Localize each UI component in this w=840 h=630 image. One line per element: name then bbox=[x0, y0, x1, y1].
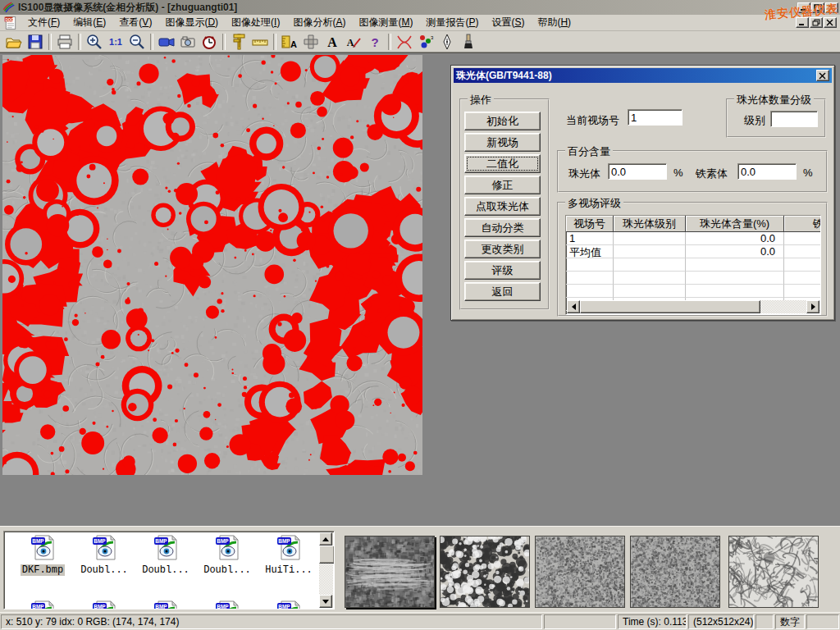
grade-input[interactable] bbox=[770, 111, 818, 127]
menu-item-image-measure[interactable]: 图像测量(M) bbox=[352, 14, 419, 31]
menu-item-file[interactable]: 文件(F) bbox=[21, 14, 66, 31]
svg-text:DOC: DOC bbox=[5, 17, 14, 21]
toolbar: 1:1AAA?3 bbox=[0, 31, 840, 52]
curve-tool-button[interactable] bbox=[394, 32, 415, 52]
column-header[interactable]: 铁素体 bbox=[784, 216, 821, 232]
scroll-up-button[interactable] bbox=[319, 532, 332, 546]
curve-tool-icon bbox=[395, 32, 414, 52]
ruler-button[interactable] bbox=[249, 32, 271, 52]
file-item[interactable]: BMPDoubl... bbox=[75, 534, 134, 576]
op-button-binarize[interactable]: 二值化 bbox=[464, 154, 541, 173]
dialog-title-bar[interactable]: 珠光体(GB/T9441-88) bbox=[454, 68, 832, 83]
menu-item-measure-report[interactable]: 测量报告(P) bbox=[419, 14, 485, 31]
file-item[interactable]: BMP bbox=[259, 600, 318, 609]
op-button-new-field[interactable]: 新视场 bbox=[464, 133, 541, 152]
thumbnail-2[interactable] bbox=[440, 536, 530, 608]
table-row[interactable]: 10.0 bbox=[566, 232, 820, 245]
op-button-change-category[interactable]: 更改类别 bbox=[464, 240, 541, 258]
svg-text:A: A bbox=[290, 39, 297, 49]
caliper-button[interactable] bbox=[228, 32, 249, 52]
percent-group-label: 百分含量 bbox=[565, 144, 613, 159]
photo-camera-button[interactable] bbox=[177, 32, 199, 52]
op-button-pick-pearlite[interactable]: 点取珠光体 bbox=[464, 197, 541, 216]
column-header[interactable]: 珠光体级别 bbox=[614, 216, 686, 232]
menu-item-image-process[interactable]: 图像处理(I) bbox=[225, 14, 286, 31]
grid-button[interactable] bbox=[300, 32, 322, 52]
thumbnail-1[interactable] bbox=[345, 536, 435, 608]
file-item[interactable]: BMPHuiTi... bbox=[259, 534, 318, 576]
menu-item-help[interactable]: 帮助(H) bbox=[531, 14, 578, 31]
table-row[interactable] bbox=[566, 272, 820, 285]
table-row[interactable]: 平均值0.0 bbox=[566, 245, 820, 258]
menu-item-view[interactable]: 查看(V) bbox=[112, 14, 158, 31]
table-row[interactable] bbox=[566, 258, 820, 272]
bmp-file-icon: BMP bbox=[91, 534, 118, 561]
file-item[interactable]: BMPDoubl... bbox=[136, 534, 195, 576]
print-button[interactable] bbox=[54, 32, 75, 52]
op-button-return[interactable]: 返回 bbox=[464, 282, 541, 301]
menu-item-settings[interactable]: 设置(S) bbox=[485, 14, 531, 31]
save-button[interactable] bbox=[25, 32, 46, 52]
actual-size-button[interactable]: 1:1 bbox=[105, 32, 126, 52]
file-list-scrollbar[interactable] bbox=[319, 532, 333, 608]
scrollbar-track[interactable] bbox=[319, 564, 333, 595]
mdi-client-area: 珠光体(GB/T9441-88) 操作 当前视场号 珠光体数量分级 级别 bbox=[0, 52, 840, 526]
file-item[interactable]: BMPDKF.bmp bbox=[13, 534, 72, 576]
video-camera-button[interactable] bbox=[156, 32, 177, 52]
timer-button[interactable] bbox=[199, 32, 220, 52]
file-item[interactable]: BMP bbox=[13, 600, 72, 609]
annotate-button[interactable]: A bbox=[343, 32, 364, 52]
table-cell bbox=[614, 285, 686, 298]
thumbnail-3[interactable] bbox=[535, 536, 625, 608]
time-status: Time (s): 0.113 bbox=[618, 614, 687, 629]
column-header[interactable]: 视场号 bbox=[566, 216, 614, 232]
thumbnail-5[interactable] bbox=[728, 536, 819, 608]
thumbnail-4[interactable] bbox=[630, 536, 720, 608]
column-header[interactable]: 珠光体含量(%) bbox=[686, 216, 784, 232]
count-points-button[interactable]: 3 bbox=[415, 32, 436, 52]
table-cell: 1 bbox=[566, 232, 614, 245]
svg-text:BMP: BMP bbox=[217, 604, 229, 609]
pearlite-dialog: 珠光体(GB/T9441-88) 操作 当前视场号 珠光体数量分级 级别 bbox=[450, 65, 835, 321]
current-view-input[interactable] bbox=[628, 109, 682, 126]
table-cell bbox=[784, 232, 821, 245]
scroll-right-button[interactable] bbox=[806, 300, 819, 313]
zoom-out-button[interactable] bbox=[126, 32, 148, 52]
brush-button[interactable] bbox=[458, 32, 479, 52]
bmp-file-icon: BMP bbox=[276, 600, 303, 609]
ferrite-percent-input[interactable] bbox=[737, 163, 797, 180]
photo-camera-icon bbox=[178, 32, 198, 52]
svg-text:BMP: BMP bbox=[32, 538, 44, 544]
dialog-close-button[interactable] bbox=[816, 70, 829, 81]
help-button[interactable]: ? bbox=[364, 32, 386, 52]
op-button-modify[interactable]: 修正 bbox=[464, 176, 541, 194]
scrollbar-thumb[interactable] bbox=[580, 300, 760, 313]
table-horizontal-scrollbar[interactable] bbox=[567, 300, 819, 313]
menu-item-image-display[interactable]: 图像显示(D) bbox=[158, 14, 225, 31]
scrollbar-thumb[interactable] bbox=[319, 546, 335, 564]
menu-item-image-analysis[interactable]: 图像分析(A) bbox=[286, 14, 352, 31]
bmp-file-icon: BMP bbox=[214, 534, 241, 561]
child-close-button[interactable] bbox=[824, 17, 837, 28]
file-item[interactable]: BMP bbox=[75, 600, 134, 609]
file-item[interactable]: BMP bbox=[198, 600, 257, 609]
open-button[interactable] bbox=[3, 32, 25, 52]
op-button-initialize[interactable]: 初始化 bbox=[464, 112, 541, 130]
metallographic-image[interactable] bbox=[2, 55, 422, 475]
scrollbar-track[interactable] bbox=[760, 300, 806, 313]
menu-item-edit[interactable]: 编辑(E) bbox=[66, 14, 112, 31]
zoom-in-button[interactable] bbox=[84, 32, 105, 52]
pearlite-percent-sign: % bbox=[673, 167, 683, 179]
file-item[interactable]: BMP bbox=[136, 600, 195, 609]
measure-text-button[interactable]: A bbox=[279, 32, 300, 52]
text-button[interactable]: A bbox=[322, 32, 343, 52]
pearlite-percent-input[interactable] bbox=[608, 163, 667, 180]
op-button-auto-classify[interactable]: 自动分类 bbox=[464, 218, 541, 237]
scroll-left-button[interactable] bbox=[567, 300, 580, 313]
table-row[interactable] bbox=[566, 285, 820, 298]
scroll-down-button[interactable] bbox=[319, 595, 332, 608]
pen-button[interactable] bbox=[436, 32, 458, 52]
table-cell bbox=[784, 285, 821, 298]
file-item[interactable]: BMPDoubl... bbox=[198, 534, 257, 576]
op-button-rate[interactable]: 评级 bbox=[464, 261, 541, 280]
